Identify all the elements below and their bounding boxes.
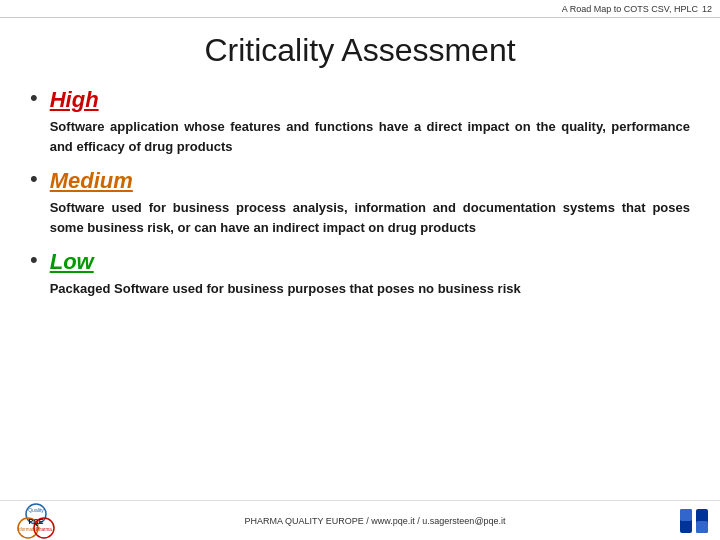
svg-text:PQE: PQE — [29, 518, 44, 526]
pqe-logo-area: Quality Information Pharma PQE — [10, 502, 62, 540]
footer: Quality Information Pharma PQE PHARMA QU… — [0, 500, 720, 540]
pqe-logo-icon: Quality Information Pharma PQE — [10, 502, 62, 540]
page-number: 12 — [702, 4, 712, 14]
header-text: A Road Map to COTS CSV, HPLC — [562, 4, 698, 14]
high-heading: High — [50, 87, 690, 113]
footer-text: PHARMA QUALITY EUROPE / www.pqe.it / u.s… — [72, 516, 678, 526]
bullet-dot-high: • — [30, 85, 38, 111]
medium-description: Software used for business process analy… — [50, 198, 690, 237]
low-content: Low Packaged Software used for business … — [50, 249, 690, 299]
header-bar: A Road Map to COTS CSV, HPLC 12 — [0, 0, 720, 18]
page-title: Criticality Assessment — [30, 32, 690, 69]
svg-text:Pharma: Pharma — [36, 527, 52, 532]
medium-content: Medium Software used for business proces… — [50, 168, 690, 237]
svg-text:Quality: Quality — [28, 507, 44, 513]
low-section: • Low Packaged Software used for busines… — [30, 249, 690, 299]
high-content: High Software application whose features… — [50, 87, 690, 156]
low-description: Packaged Software used for business purp… — [50, 279, 690, 299]
bullet-dot-low: • — [30, 247, 38, 273]
bullet-dot-medium: • — [30, 166, 38, 192]
svg-rect-9 — [680, 509, 692, 521]
high-description: Software application whose features and … — [50, 117, 690, 156]
medium-section: • Medium Software used for business proc… — [30, 168, 690, 237]
main-content: Criticality Assessment • High Software a… — [0, 18, 720, 500]
low-heading: Low — [50, 249, 690, 275]
svg-rect-10 — [696, 521, 708, 533]
medium-heading: Medium — [50, 168, 690, 194]
high-section: • High Software application whose featur… — [30, 87, 690, 156]
right-logo-icon — [678, 507, 710, 535]
